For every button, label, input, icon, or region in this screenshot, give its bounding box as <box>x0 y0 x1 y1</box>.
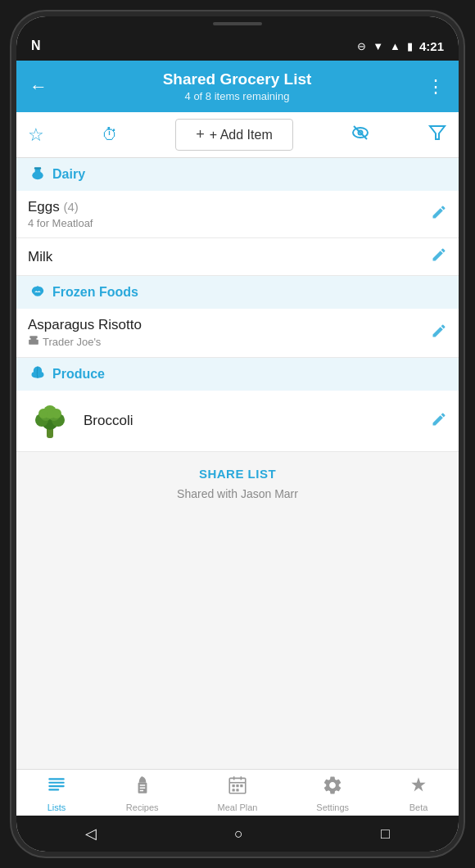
content-area: Dairy Eggs (4) 4 for Meatloaf Milk <box>16 158 459 769</box>
nav-settings-label: Settings <box>316 802 349 812</box>
nav-recipes-label: Recipes <box>126 802 159 812</box>
svg-point-18 <box>52 409 61 418</box>
edit-asparagus-button[interactable] <box>421 323 447 343</box>
svg-rect-22 <box>48 789 59 790</box>
nav-meal-plan[interactable]: Meal Plan <box>218 775 258 812</box>
header-title: Shared Grocery List <box>54 70 420 88</box>
android-back-button[interactable]: ◁ <box>85 825 97 843</box>
list-item-broccoli: Broccoli <box>16 391 459 452</box>
item-info-eggs: Eggs (4) 4 for Meatloaf <box>28 199 421 229</box>
category-produce-name: Produce <box>52 367 105 382</box>
lists-icon <box>46 775 67 801</box>
nav-beta[interactable]: Beta <box>408 775 429 812</box>
svg-rect-34 <box>232 789 234 791</box>
meal-plan-icon <box>227 775 248 801</box>
nav-beta-label: Beta <box>409 802 428 812</box>
do-not-disturb-icon: ⊖ <box>357 40 366 52</box>
list-item-asparagus: Asparagus Risotto Trader Joe's <box>16 309 459 358</box>
share-section: SHARE LIST Shared with Jason Marr <box>16 452 459 509</box>
status-right: ⊖ ▼ ▲ ▮ 4:21 <box>357 39 444 53</box>
status-time: 4:21 <box>419 39 444 53</box>
broccoli-thumbnail <box>28 399 72 443</box>
recipes-icon <box>132 775 153 801</box>
item-name-milk: Milk <box>28 249 421 265</box>
svg-rect-31 <box>232 784 234 787</box>
svg-rect-35 <box>236 789 238 791</box>
svg-marker-3 <box>430 126 445 139</box>
item-sub-eggs: 4 for Meatloaf <box>28 217 421 229</box>
category-frozen-header: Frozen Foods <box>16 276 459 309</box>
list-item-milk: Milk <box>16 238 459 276</box>
item-info-milk: Milk <box>28 249 421 265</box>
overflow-menu-button[interactable]: ⋮ <box>427 76 446 97</box>
android-recent-button[interactable]: □ <box>381 825 390 843</box>
back-button[interactable]: ← <box>29 76 48 97</box>
status-logo: N <box>31 38 41 52</box>
history-icon[interactable]: ⏱ <box>102 125 118 144</box>
category-frozen-name: Frozen Foods <box>52 285 138 300</box>
nav-lists-label: Lists <box>48 802 66 812</box>
share-list-button[interactable]: SHARE LIST <box>29 467 446 481</box>
nav-lists[interactable]: Lists <box>46 775 67 812</box>
edit-broccoli-button[interactable] <box>421 411 447 432</box>
svg-rect-6 <box>34 167 41 170</box>
battery-icon: ▮ <box>407 40 413 52</box>
frozen-icon <box>29 283 46 302</box>
signal-icon: ▲ <box>390 40 400 52</box>
item-count-eggs: (4) <box>63 200 78 214</box>
svg-rect-20 <box>48 782 65 784</box>
nav-settings[interactable]: Settings <box>316 775 349 812</box>
store-icon <box>28 335 39 349</box>
android-home-button[interactable]: ○ <box>234 825 243 843</box>
item-info-broccoli: Broccoli <box>84 413 421 429</box>
category-produce-header: Produce <box>16 358 459 391</box>
list-item-eggs: Eggs (4) 4 for Meatloaf <box>16 191 459 238</box>
shared-with-text: Shared with Jason Marr <box>29 487 446 500</box>
item-sub-asparagus: Trader Joe's <box>28 335 421 349</box>
header-title-block: Shared Grocery List 4 of 8 items remaini… <box>48 70 427 102</box>
svg-rect-32 <box>236 784 238 787</box>
add-item-label: + Add Item <box>210 128 273 142</box>
toolbar: ☆ ⏱ + + Add Item <box>16 112 459 158</box>
header: ← Shared Grocery List 4 of 8 items remai… <box>16 61 459 112</box>
add-item-button[interactable]: + + Add Item <box>175 119 292 151</box>
item-info-asparagus: Asparagus Risotto Trader Joe's <box>28 317 421 349</box>
nav-meal-plan-label: Meal Plan <box>218 802 258 812</box>
edit-eggs-button[interactable] <box>421 204 447 224</box>
category-dairy-header: Dairy <box>16 158 459 191</box>
svg-point-17 <box>38 409 48 418</box>
dairy-icon <box>29 165 46 184</box>
status-bar: N ⊖ ▼ ▲ ▮ 4:21 <box>16 31 459 61</box>
svg-rect-9 <box>29 336 37 338</box>
item-name-broccoli: Broccoli <box>84 413 421 429</box>
svg-rect-33 <box>240 784 242 787</box>
settings-icon <box>322 775 343 801</box>
nav-recipes[interactable]: Recipes <box>126 775 159 812</box>
svg-marker-36 <box>411 777 425 791</box>
category-dairy-name: Dairy <box>52 167 85 182</box>
plus-icon: + <box>196 126 205 143</box>
edit-milk-button[interactable] <box>421 246 447 267</box>
svg-rect-19 <box>48 778 65 780</box>
item-name-asparagus: Asparagus Risotto <box>28 317 421 333</box>
wifi-icon: ▼ <box>373 40 383 52</box>
filter-icon[interactable] <box>428 123 447 147</box>
svg-rect-21 <box>48 785 65 787</box>
hide-checked-icon[interactable] <box>351 123 370 147</box>
item-name-eggs: Eggs (4) <box>28 199 421 215</box>
beta-icon <box>408 775 429 801</box>
bottom-nav: Lists Recipes <box>16 769 459 816</box>
header-subtitle: 4 of 8 items remaining <box>54 90 420 102</box>
produce-icon <box>29 364 46 384</box>
favorites-icon[interactable]: ☆ <box>28 124 44 146</box>
android-nav-bar: ◁ ○ □ <box>16 816 459 852</box>
